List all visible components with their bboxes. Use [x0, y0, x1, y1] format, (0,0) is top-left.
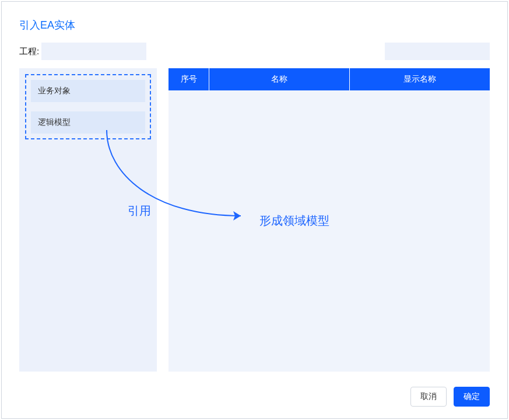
- import-ea-entity-dialog: 引入EA实体 工程: 业务对象 逻辑模型: [1, 1, 508, 419]
- content-row: 业务对象 逻辑模型 序号 名称 显示名称: [19, 68, 490, 372]
- confirm-button[interactable]: 确定: [454, 387, 490, 407]
- table-header: 序号 名称 显示名称: [169, 68, 490, 90]
- table-body: [169, 90, 490, 372]
- project-label: 工程:: [19, 46, 39, 57]
- cancel-button[interactable]: 取消: [410, 387, 447, 407]
- sidebar: 业务对象 逻辑模型: [19, 68, 157, 372]
- column-header-name: 名称: [209, 68, 350, 90]
- table-area: 序号 名称 显示名称: [169, 68, 490, 372]
- dialog-title: 引入EA实体: [19, 18, 490, 32]
- sidebar-selection-box: 业务对象 逻辑模型: [25, 74, 151, 139]
- search-input-wrap[interactable]: [385, 43, 490, 60]
- project-group: 工程:: [19, 43, 146, 60]
- sidebar-item-label: 逻辑模型: [38, 117, 71, 127]
- column-header-seq: 序号: [169, 68, 209, 90]
- search-input[interactable]: [395, 47, 497, 56]
- project-input[interactable]: [41, 43, 146, 60]
- toolbar-row: 工程:: [19, 43, 490, 60]
- column-header-display-name: 显示名称: [350, 68, 490, 90]
- sidebar-item-logical-model[interactable]: 逻辑模型: [31, 111, 145, 134]
- dialog-footer: 取消 确定: [410, 387, 490, 407]
- sidebar-item-business-object[interactable]: 业务对象: [31, 80, 145, 102]
- sidebar-item-label: 业务对象: [38, 86, 71, 95]
